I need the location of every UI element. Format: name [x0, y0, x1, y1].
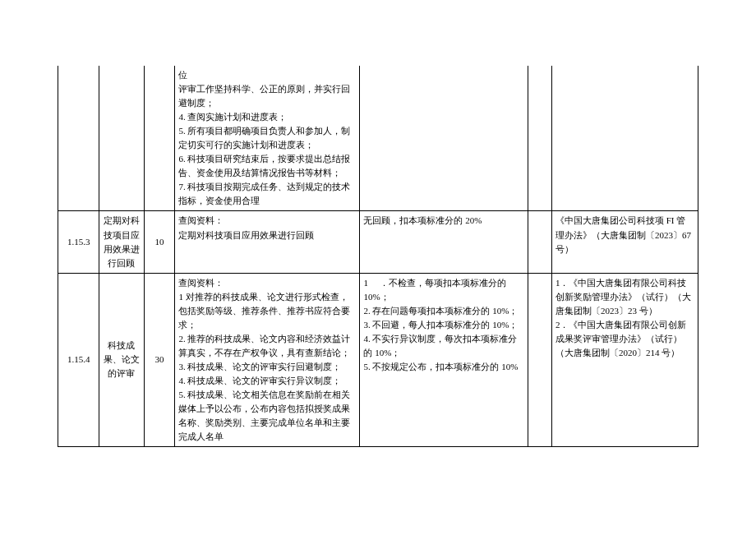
cell-reference — [551, 66, 698, 211]
cell-reference: 1．《中国大唐集团有限公司科技创新奖励管理办法》（试行）（大唐集团制〔2023〕… — [551, 273, 698, 447]
table-row: 1.15.3 定期对科技项目应用效果进行回顾 10 查阅资料： 定期对科技项目应… — [58, 211, 698, 273]
cell-blank — [528, 211, 551, 273]
cell-number: 1.15.3 — [58, 211, 99, 273]
table-row: 位 评审工作坚持科学、公正的原则，并实行回避制度； 4. 查阅实施计划和进度表；… — [58, 66, 698, 211]
cell-name — [99, 66, 144, 211]
cell-name: 科技成果、论文的评审 — [99, 273, 144, 447]
cell-blank — [528, 66, 551, 211]
cell-reference: 《中国大唐集团公司科技项 FI 管理办法》（大唐集团制〔2023〕67 号） — [551, 211, 698, 273]
cell-check-content: 查阅资料： 定期对科技项目应用效果进行回顾 — [175, 211, 360, 273]
cell-deduction: 1 ．不检查，每项扣本项标准分的 10%； 2. 存在问题每项扣本项标准分的 1… — [360, 273, 528, 447]
cell-deduction: 无回顾，扣本项标准分的 20% — [360, 211, 528, 273]
cell-score: 10 — [144, 211, 175, 273]
cell-number — [58, 66, 99, 211]
evaluation-table: 位 评审工作坚持科学、公正的原则，并实行回避制度； 4. 查阅实施计划和进度表；… — [58, 66, 698, 447]
cell-check-content: 位 评审工作坚持科学、公正的原则，并实行回避制度； 4. 查阅实施计划和进度表；… — [175, 66, 360, 211]
cell-check-content: 查阅资料： 1 对推荐的科技成果、论文进行形式检查，包括奖励等级、推荐条件、推荐… — [175, 273, 360, 447]
cell-score — [144, 66, 175, 211]
table-row: 1.15.4 科技成果、论文的评审 30 查阅资料： 1 对推荐的科技成果、论文… — [58, 273, 698, 447]
cell-blank — [528, 273, 551, 447]
cell-score: 30 — [144, 273, 175, 447]
cell-deduction — [360, 66, 528, 211]
cell-number: 1.15.4 — [58, 273, 99, 447]
cell-name: 定期对科技项目应用效果进行回顾 — [99, 211, 144, 273]
